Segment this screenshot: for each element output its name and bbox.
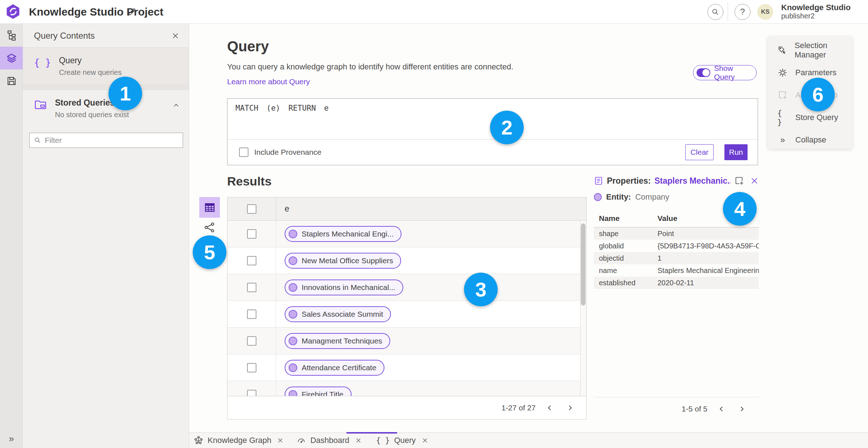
entity-pill[interactable]: Firebird Title [285, 387, 352, 397]
results-next-page-chevron-icon[interactable] [564, 402, 576, 414]
properties-pagination-text: 1-5 of 5 [682, 405, 707, 413]
help-button[interactable]: ? [735, 4, 750, 20]
row-checkbox[interactable] [247, 310, 256, 319]
properties-prev-page-chevron-icon[interactable] [715, 403, 728, 415]
rail-item-save[interactable] [0, 69, 23, 92]
properties-entity-link[interactable]: Staplers Mechanic... [654, 176, 731, 186]
row-checkbox[interactable] [247, 256, 256, 265]
callout-5: 5 [193, 235, 226, 269]
close-tab-icon[interactable] [422, 437, 428, 444]
tab-knowledge-graph[interactable]: Knowledge Graph [194, 433, 284, 448]
user-app-name: Knowledge Studio [781, 3, 851, 12]
row-checkbox[interactable] [247, 229, 256, 239]
query-text-input[interactable]: MATCH (e) RETURN e [235, 104, 329, 112]
entity-pill[interactable]: Attendance Certificate [285, 360, 384, 376]
results-pagination-text: 1-27 of 27 [501, 404, 536, 412]
tab-dashboard[interactable]: Dashboard [297, 433, 362, 448]
entity-pill[interactable]: Sales Associate Summit [285, 306, 391, 322]
collapse-section-caret-icon[interactable] [172, 102, 180, 110]
layers-icon [6, 53, 17, 64]
results-scrollbar-thumb[interactable] [581, 223, 586, 306]
table-row: Attendance Certificate [227, 354, 586, 381]
contents-item-stored-queries[interactable]: Stored Queries No stored queries exist [23, 90, 189, 127]
gear-icon [777, 68, 788, 78]
filter-input[interactable] [45, 136, 178, 145]
table-row: New Metal Office Suppliers [227, 247, 586, 274]
close-contents-panel-icon[interactable] [171, 32, 179, 40]
properties-col-name: Name [599, 214, 658, 223]
rail-item-schema[interactable] [0, 24, 23, 47]
row-checkbox[interactable] [247, 336, 256, 346]
stored-queries-filter [29, 133, 183, 148]
callout-3: 3 [464, 273, 498, 306]
results-title: Results [227, 174, 272, 188]
table-row: Sales Associate Summit [227, 301, 586, 328]
topbar-divider [728, 3, 728, 21]
stored-queries-description: No stored queries exist [55, 111, 129, 119]
menu-item-collapse[interactable]: » Collapse [768, 129, 852, 151]
search-button[interactable] [707, 4, 723, 20]
property-row: globalid{5D9B4713-F98D-4A53-A59F-C11... [594, 240, 759, 252]
rail-item-layers-active[interactable] [0, 47, 23, 69]
entity-dot-icon [289, 256, 297, 265]
select-all-checkbox[interactable] [247, 204, 256, 214]
table-row: Innovations in Mechanical... [227, 274, 586, 301]
row-checkbox[interactable] [247, 283, 256, 292]
show-query-toggle[interactable]: Show Query [693, 65, 757, 80]
entity-dot-icon [289, 310, 297, 319]
braces-icon: { } [34, 56, 51, 77]
selection-manager-tag-icon [777, 45, 787, 55]
app-logo-icon [5, 4, 21, 20]
save-floppy-icon [6, 76, 17, 86]
filter-search-icon [34, 137, 41, 144]
stored-queries-folder-icon [34, 98, 47, 111]
bottom-tab-bar: Knowledge Graph Dashboard { } Query [189, 432, 868, 448]
learn-more-link[interactable]: Learn more about Query [227, 77, 310, 86]
results-prev-page-chevron-icon[interactable] [544, 402, 556, 414]
table-row: Managment Techniques [227, 328, 586, 354]
entity-label: Entity: [606, 192, 631, 202]
callout-1: 1 [109, 77, 142, 110]
dashboard-gauge-icon [297, 436, 306, 445]
row-checkbox[interactable] [247, 363, 256, 372]
query-description: You can query a knowledge graph to ident… [227, 62, 513, 72]
edit-title-pencil-icon[interactable] [127, 7, 137, 17]
properties-next-page-chevron-icon[interactable] [736, 403, 748, 415]
results-table-header: e [227, 197, 586, 221]
run-button[interactable]: Run [724, 144, 748, 160]
contents-item-query[interactable]: { } Query Create new queries [23, 48, 189, 85]
entity-dot-icon [289, 390, 297, 397]
toggle-switch-on [697, 68, 710, 77]
menu-item-store-query[interactable]: { } Store Query [768, 106, 852, 129]
row-checkbox[interactable] [247, 390, 256, 397]
user-username: publisher2 [781, 12, 851, 20]
tab-query-active[interactable]: { } Query [376, 433, 428, 448]
braces-icon: { } [777, 108, 788, 127]
entity-pill[interactable]: Innovations in Mechanical... [285, 280, 403, 295]
clear-button[interactable]: Clear [685, 144, 714, 160]
table-row: Firebird Title [227, 381, 586, 396]
link-chart-view-button[interactable] [204, 221, 216, 234]
close-tab-icon[interactable] [277, 437, 284, 444]
show-query-label: Show Query [714, 64, 750, 81]
entity-pill[interactable]: New Metal Office Suppliers [285, 253, 401, 269]
left-icon-rail: » [0, 24, 23, 448]
include-provenance-checkbox[interactable] [239, 148, 248, 157]
entity-pill[interactable]: Managment Techniques [285, 333, 390, 349]
entity-pill[interactable]: Staplers Mechanical Engi... [285, 226, 401, 242]
active-tab-indicator [346, 432, 397, 434]
expand-rail-chevrons-icon[interactable]: » [0, 433, 23, 444]
add-to-new-icon[interactable] [734, 176, 744, 186]
table-view-button[interactable] [199, 197, 220, 218]
close-tab-icon[interactable] [355, 437, 362, 444]
project-title: Knowledge Studio Project [29, 0, 163, 24]
callout-4: 4 [723, 192, 757, 226]
properties-title: Properties: [607, 176, 651, 186]
close-properties-icon[interactable] [750, 176, 759, 185]
menu-item-selection-manager[interactable]: Selection Manager [768, 39, 852, 61]
user-avatar[interactable]: KS [757, 4, 773, 20]
entity-dot-icon [289, 230, 297, 238]
properties-table: Name Value shapePoint globalid{5D9B4713-… [594, 214, 759, 289]
entity-type-dot-icon [594, 193, 602, 201]
user-info[interactable]: Knowledge Studio publisher2 [781, 3, 851, 20]
